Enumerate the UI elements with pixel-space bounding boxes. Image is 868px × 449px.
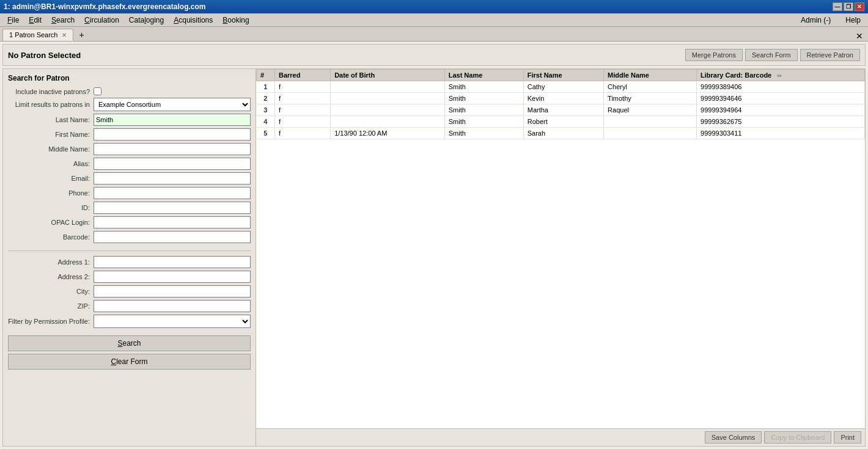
cell-firstname: Kevin	[523, 93, 603, 104]
search-button[interactable]: Search	[8, 335, 251, 351]
cell-lastname: Smith	[444, 81, 523, 93]
body-area: Search for Patron Include inactive patro…	[2, 68, 866, 447]
phone-field[interactable]	[94, 187, 251, 199]
restore-button[interactable]: ❐	[844, 2, 853, 11]
cell-middlename: Cheryl	[604, 81, 697, 93]
cell-num: 5	[257, 128, 275, 139]
alias-label: Alias:	[8, 160, 94, 167]
retrieve-patron-button[interactable]: Retrieve Patron	[800, 49, 860, 61]
limit-results-row: Limit results to patrons in Example Cons…	[8, 98, 251, 111]
tab-patron-search[interactable]: 1 Patron Search ✕	[2, 29, 73, 41]
barcode-label: Barcode:	[8, 233, 94, 241]
col-barcode-header[interactable]: Library Card: Barcode ⇔	[697, 70, 865, 81]
help-menu[interactable]: Help	[840, 15, 866, 26]
table-row[interactable]: 2 f Smith Kevin Timothy 99999394646	[257, 93, 865, 104]
minimize-button[interactable]: —	[833, 2, 842, 11]
limit-results-field[interactable]: Example Consortium	[94, 98, 251, 111]
id-row: ID:	[8, 202, 251, 214]
cell-dob	[331, 93, 445, 104]
menu-circulation[interactable]: Circulation	[79, 13, 124, 26]
cell-middlename: Raquel	[604, 104, 697, 116]
opaclogin-label: OPAC Login:	[8, 219, 94, 226]
title-text: 1: admin@BR1-winxpvmfx.phasefx.evergreen…	[4, 2, 833, 11]
cell-dob: 1/13/90 12:00 AM	[331, 128, 445, 139]
tab-close-icon[interactable]: ✕	[62, 32, 67, 38]
lastname-field[interactable]	[94, 114, 251, 126]
cell-firstname: Martha	[523, 104, 603, 116]
search-form-button[interactable]: Search Form	[745, 49, 798, 61]
tab-add-button[interactable]: +	[75, 29, 89, 41]
print-button[interactable]: Print	[834, 431, 861, 444]
cell-lastname: Smith	[444, 93, 523, 104]
limit-results-label: Limit results to patrons in	[8, 101, 94, 108]
id-field[interactable]	[94, 202, 251, 214]
include-inactive-label: Include inactive patrons?	[8, 88, 94, 95]
copy-clipboard-button[interactable]: Copy to Clipboard	[764, 431, 831, 444]
firstname-field[interactable]	[94, 128, 251, 141]
cell-lastname: Smith	[444, 128, 523, 139]
col-barred-header[interactable]: Barred	[275, 70, 331, 81]
col-firstname-header[interactable]: First Name	[523, 70, 603, 81]
search-buttons: Search Clear Form	[8, 335, 251, 370]
permission-profile-label: Filter by Permission Profile:	[8, 318, 94, 325]
save-columns-button[interactable]: Save Columns	[705, 431, 762, 444]
col-lastname-header[interactable]: Last Name	[444, 70, 523, 81]
firstname-row: First Name:	[8, 128, 251, 141]
header-buttons: Merge Patrons Search Form Retrieve Patro…	[685, 49, 860, 61]
include-inactive-field[interactable]	[94, 87, 101, 95]
col-number-header[interactable]: #	[257, 70, 275, 81]
permission-profile-field[interactable]	[94, 315, 251, 328]
cell-barcode: 99999394964	[697, 104, 865, 116]
merge-patrons-button[interactable]: Merge Patrons	[685, 49, 743, 61]
col-dob-header[interactable]: Date of Birth	[331, 70, 445, 81]
id-label: ID:	[8, 204, 94, 211]
menu-edit[interactable]: Edit	[24, 13, 46, 26]
cell-dob	[331, 104, 445, 116]
results-table-container: # Barred Date of Birth Last Name First N…	[256, 69, 865, 428]
results-table: # Barred Date of Birth Last Name First N…	[256, 69, 865, 139]
clear-form-button[interactable]: Clear Form	[8, 354, 251, 370]
address1-field[interactable]	[94, 256, 251, 268]
opaclogin-field[interactable]	[94, 216, 251, 228]
opaclogin-row: OPAC Login:	[8, 216, 251, 228]
email-field[interactable]	[94, 172, 251, 184]
alias-field[interactable]	[94, 158, 251, 170]
lastname-label: Last Name:	[8, 116, 94, 123]
zip-field[interactable]	[94, 300, 251, 312]
barcode-field[interactable]	[94, 231, 251, 243]
phone-label: Phone:	[8, 189, 94, 197]
address2-label: Address 2:	[8, 273, 94, 280]
admin-menu[interactable]: Admin (-)	[796, 15, 836, 26]
table-row[interactable]: 1 f Smith Cathy Cheryl 99999389406	[257, 81, 865, 93]
menu-booking[interactable]: Booking	[218, 13, 254, 26]
results-panel: # Barred Date of Birth Last Name First N…	[256, 68, 866, 447]
cell-num: 1	[257, 81, 275, 93]
cell-num: 2	[257, 93, 275, 104]
table-header-row: # Barred Date of Birth Last Name First N…	[257, 70, 865, 81]
middlename-field[interactable]	[94, 143, 251, 155]
table-row[interactable]: 4 f Smith Robert 99999362675	[257, 116, 865, 128]
menu-file[interactable]: File	[2, 13, 24, 26]
cell-num: 3	[257, 104, 275, 116]
permission-profile-row: Filter by Permission Profile:	[8, 315, 251, 328]
city-row: City:	[8, 285, 251, 298]
close-button[interactable]: ✕	[855, 2, 864, 11]
middlename-label: Middle Name:	[8, 145, 94, 153]
cell-middlename	[604, 116, 697, 128]
cell-middlename	[604, 128, 697, 139]
city-field[interactable]	[94, 285, 251, 298]
table-row[interactable]: 5 f 1/13/90 12:00 AM Smith Sarah 9999930…	[257, 128, 865, 139]
menu-search[interactable]: Search	[46, 13, 79, 26]
cell-dob	[331, 81, 445, 93]
cell-barcode: 99999394646	[697, 93, 865, 104]
address2-field[interactable]	[94, 271, 251, 283]
address1-row: Address 1:	[8, 256, 251, 268]
menu-cataloging[interactable]: Cataloging	[124, 13, 169, 26]
col-middlename-header[interactable]: Middle Name	[604, 70, 697, 81]
table-row[interactable]: 3 f Smith Martha Raquel 99999394964	[257, 104, 865, 116]
phone-row: Phone:	[8, 187, 251, 199]
cell-barred: f	[275, 93, 331, 104]
menu-acquisitions[interactable]: Acquisitions	[169, 13, 218, 26]
cell-barcode: 99999362675	[697, 116, 865, 128]
close-window-icon[interactable]: ✕	[853, 31, 866, 41]
